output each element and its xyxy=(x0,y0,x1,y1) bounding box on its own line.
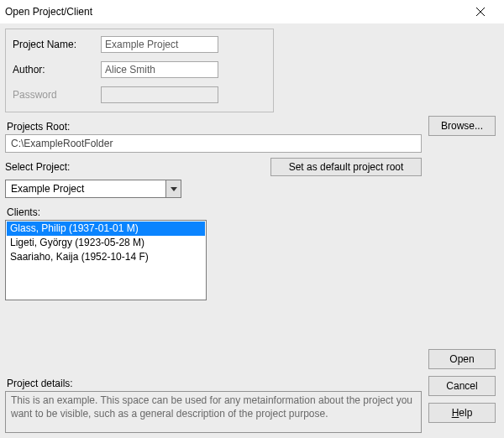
projects-root-label: Projects Root: xyxy=(7,121,422,133)
project-details-box[interactable]: This is an example. This space can be us… xyxy=(5,391,422,433)
projects-root-field[interactable] xyxy=(5,134,422,153)
project-name-row: Project Name: xyxy=(13,36,266,53)
window-title: Open Project/Client xyxy=(5,6,92,18)
title-bar: Open Project/Client xyxy=(0,0,504,23)
help-rest: elp xyxy=(459,407,472,419)
project-combo[interactable]: Example Project xyxy=(5,180,181,198)
author-row: Author: xyxy=(13,61,266,78)
list-item[interactable]: Saariaho, Kaija (1952-10-14 F) xyxy=(7,250,205,264)
author-field[interactable] xyxy=(101,61,218,78)
project-name-label: Project Name: xyxy=(13,39,101,50)
side-buttons-column: Browse... Open Cancel Help xyxy=(428,29,499,433)
chevron-down-icon xyxy=(171,187,177,191)
main-column: Project Name: Author: Password Projects … xyxy=(5,29,422,433)
project-details-label: Project details: xyxy=(7,378,422,389)
close-icon xyxy=(476,8,485,16)
password-field xyxy=(101,86,218,103)
project-name-field[interactable] xyxy=(101,36,218,53)
cancel-button[interactable]: Cancel xyxy=(428,376,496,396)
list-item[interactable]: Ligeti, György (1923-05-28 M) xyxy=(7,236,205,250)
clients-label: Clients: xyxy=(7,206,422,218)
select-project-row: Select Project: Set as default project r… xyxy=(5,158,422,176)
help-button[interactable]: Help xyxy=(428,403,496,423)
open-button[interactable]: Open xyxy=(428,349,496,369)
project-combo-arrow[interactable] xyxy=(165,180,181,197)
project-info-group: Project Name: Author: Password xyxy=(5,29,274,112)
password-row: Password xyxy=(13,86,266,103)
author-label: Author: xyxy=(13,64,101,76)
dialog-window: Open Project/Client Project Name: Author… xyxy=(0,0,504,438)
select-project-label: Select Project: xyxy=(5,161,70,173)
clients-listbox[interactable]: Glass, Philip (1937-01-01 M) Ligeti, Gyö… xyxy=(5,220,207,300)
dialog-body: Project Name: Author: Password Projects … xyxy=(0,23,504,438)
list-item[interactable]: Glass, Philip (1937-01-01 M) xyxy=(7,222,205,236)
close-button[interactable] xyxy=(464,0,497,23)
browse-button[interactable]: Browse... xyxy=(428,116,496,136)
password-label: Password xyxy=(13,89,101,101)
set-default-root-button[interactable]: Set as default project root xyxy=(270,158,422,176)
project-combo-value: Example Project xyxy=(11,183,84,195)
